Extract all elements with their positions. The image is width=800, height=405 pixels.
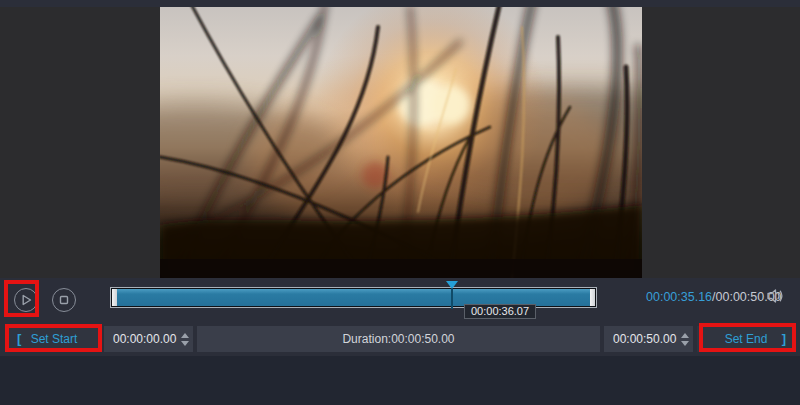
start-time-input[interactable] — [104, 332, 177, 346]
trim-start-handle[interactable] — [112, 289, 117, 306]
start-bracket-icon: [ — [17, 331, 21, 346]
timeline-track[interactable]: 00:00:36.07 — [110, 287, 597, 308]
play-icon — [15, 289, 37, 311]
play-button[interactable] — [14, 288, 38, 312]
set-start-button[interactable]: [ Set Start — [8, 326, 100, 352]
set-start-label: Set Start — [14, 332, 94, 346]
stepper-up-icon[interactable] — [681, 333, 689, 338]
time-display: 00:00:35.16/00:00:50.00 — [646, 290, 782, 304]
video-preview-area — [0, 7, 800, 278]
volume-button[interactable] — [766, 288, 785, 308]
stepper-up-icon[interactable] — [181, 333, 189, 338]
duration-display: Duration:00:00:50.00 — [197, 326, 600, 352]
stop-button[interactable] — [52, 288, 76, 312]
set-end-button[interactable]: Set End ] — [697, 326, 795, 352]
playhead-line — [451, 288, 453, 309]
video-trimmer-window: 00:00:36.07 00:00:35.16/00:00:50.00 [ Se… — [0, 0, 800, 405]
stop-icon — [53, 289, 75, 311]
end-time-stepper[interactable] — [677, 326, 693, 352]
start-time-stepper[interactable] — [177, 326, 193, 352]
current-time: 00:00:35.16 — [646, 290, 712, 304]
end-time-input[interactable] — [604, 332, 677, 346]
stepper-down-icon[interactable] — [181, 341, 189, 346]
start-time-field — [104, 326, 193, 352]
trim-end-handle[interactable] — [590, 289, 595, 306]
notice-bar: ! We currently do not support audio reve… — [0, 356, 800, 405]
end-time-field — [604, 326, 693, 352]
end-bracket-icon: ] — [782, 331, 786, 346]
set-end-label: Set End — [703, 332, 789, 346]
playhead-time-tooltip: 00:00:36.07 — [464, 304, 536, 319]
stepper-down-icon[interactable] — [681, 341, 689, 346]
speaker-icon — [766, 288, 785, 304]
video-preview-frame[interactable] — [160, 7, 642, 278]
duration-label: Duration:00:00:50.00 — [342, 332, 454, 346]
